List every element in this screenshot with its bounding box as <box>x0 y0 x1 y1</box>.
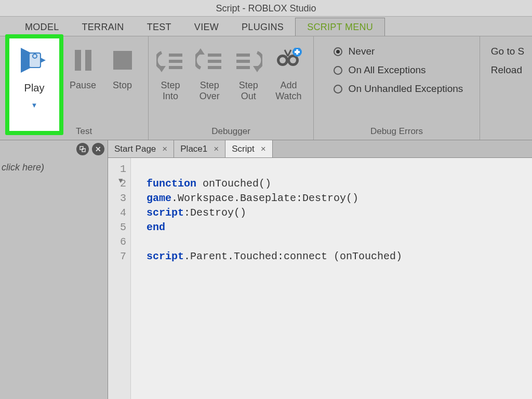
line-number: 7 <box>108 249 126 264</box>
play-button[interactable]: Play ▼ <box>5 34 63 135</box>
keyword: end <box>147 221 165 233</box>
stop-button[interactable]: Stop <box>103 41 142 121</box>
editor-tab-label: Script <box>232 144 254 154</box>
editor-tab-script[interactable]: Script× <box>225 140 272 157</box>
stop-icon <box>108 46 137 75</box>
svg-point-21 <box>290 57 296 63</box>
line-gutter: 1 2 3 4 5 6 7 <box>108 158 131 399</box>
add-watch-button[interactable]: Add Watch <box>267 41 310 121</box>
line-number: 3 <box>108 191 126 206</box>
svg-rect-4 <box>85 50 91 71</box>
editor-tab-label: Start Page <box>114 144 156 154</box>
step-over-button[interactable]: Step Over <box>189 41 230 121</box>
step-out-icon <box>234 46 263 75</box>
close-icon[interactable]: × <box>162 144 167 154</box>
tab-terrain[interactable]: TERRAIN <box>71 18 136 36</box>
pause-label: Pause <box>70 80 96 91</box>
tab-view[interactable]: VIEW <box>183 18 230 36</box>
explorer-panel: ✕ ouble click here) <box>0 140 108 399</box>
panel-popout-button[interactable] <box>76 143 89 155</box>
radio-never-label: Never <box>349 46 375 57</box>
svg-marker-14 <box>253 66 261 72</box>
close-icon: ✕ <box>95 145 101 153</box>
line-number: 4 <box>108 206 126 220</box>
svg-rect-25 <box>80 147 83 150</box>
keyword: function <box>147 178 196 190</box>
svg-rect-17 <box>236 66 250 69</box>
pause-icon <box>69 46 98 75</box>
tab-test[interactable]: TEST <box>136 18 183 36</box>
radio-on-all-label: On All Exceptions <box>349 64 426 76</box>
radio-on-all-exceptions[interactable]: On All Exceptions <box>334 64 463 76</box>
keyword: game <box>147 192 171 204</box>
step-out-button[interactable]: Step Out <box>230 41 267 121</box>
editor-tab-label: Place1 <box>180 144 207 154</box>
line-number: 5 <box>108 220 126 235</box>
tab-script-menu[interactable]: SCRIPT MENU <box>295 18 385 36</box>
code-area[interactable]: ▼ function onTouched() game.Workspace.Ba… <box>131 158 532 399</box>
filter-hint[interactable]: ouble click here) <box>0 158 108 173</box>
step-out-label: Step Out <box>235 80 262 101</box>
play-icon <box>18 46 51 77</box>
close-icon[interactable]: × <box>261 144 266 154</box>
svg-rect-16 <box>236 60 250 63</box>
svg-rect-7 <box>169 54 182 57</box>
line-number: 1 <box>108 162 126 177</box>
tab-plugins[interactable]: PLUGINS <box>230 18 295 36</box>
title-bar: Script - ROBLOX Studio <box>0 0 532 17</box>
pause-button[interactable]: Pause <box>63 41 103 121</box>
ribbon-tabstrip: MODEL TERRAIN TEST VIEW PLUGINS SCRIPT M… <box>0 17 532 36</box>
svg-rect-13 <box>208 66 221 69</box>
editor-body[interactable]: 1 2 3 4 5 6 7 ▼ function onTouched() gam… <box>108 158 532 399</box>
svg-rect-5 <box>113 51 132 70</box>
reload-button[interactable]: Reload <box>491 64 524 76</box>
svg-rect-15 <box>236 54 250 57</box>
svg-marker-10 <box>196 48 205 55</box>
panel-close-button[interactable]: ✕ <box>92 143 104 155</box>
code-text: .Workspace.Baseplate:Destroy() <box>171 192 358 204</box>
editor-tab-place1[interactable]: Place1× <box>174 140 225 157</box>
close-icon[interactable]: × <box>214 144 219 154</box>
svg-rect-24 <box>295 51 300 53</box>
document-area: ✕ ouble click here) Start Page× Place1× … <box>0 140 532 399</box>
window-title: Script - ROBLOX Studio <box>216 3 316 14</box>
group-label-debug-errors: Debug Errors <box>370 124 423 140</box>
line-number: 6 <box>108 235 126 249</box>
code-text: :Destroy() <box>184 207 246 219</box>
step-into-label: Step Into <box>157 80 184 101</box>
stop-label: Stop <box>113 80 132 91</box>
add-watch-label: Add Watch <box>272 80 305 101</box>
radio-icon <box>334 85 342 94</box>
keyword: script <box>147 250 184 262</box>
editor-tab-start-page[interactable]: Start Page× <box>108 140 174 157</box>
code-text: .Parent.Touched:connect (onTouched) <box>184 250 402 262</box>
radio-never[interactable]: Never <box>334 46 463 57</box>
add-watch-icon <box>274 46 303 75</box>
line-number: 2 <box>108 177 126 191</box>
goto-script-error-button[interactable]: Go to S <box>491 46 524 57</box>
tab-model[interactable]: MODEL <box>14 18 71 36</box>
radio-icon <box>334 66 342 75</box>
ribbon: Play ▼ Pause Stop Test <box>0 36 532 140</box>
radio-on-unhandled-label: On Unhandled Exceptions <box>349 83 463 95</box>
group-label-test: Test <box>76 124 92 140</box>
fold-icon[interactable]: ▼ <box>118 174 123 188</box>
group-label-debugger: Debugger <box>211 124 250 140</box>
step-over-label: Step Over <box>194 80 225 101</box>
svg-point-20 <box>280 57 286 63</box>
play-label: Play <box>24 82 45 94</box>
svg-rect-3 <box>75 50 81 71</box>
svg-marker-6 <box>157 66 166 72</box>
editor-tabstrip: Start Page× Place1× Script× <box>108 140 532 158</box>
radio-on-unhandled-exceptions[interactable]: On Unhandled Exceptions <box>334 83 463 95</box>
code-text: onTouched() <box>196 178 271 190</box>
keyword: script <box>147 207 184 219</box>
radio-icon <box>334 47 342 56</box>
svg-rect-12 <box>208 60 221 63</box>
step-into-button[interactable]: Step Into <box>152 41 189 121</box>
step-into-icon <box>156 46 185 75</box>
svg-rect-26 <box>82 149 85 152</box>
svg-point-2 <box>33 54 37 58</box>
svg-rect-8 <box>169 60 182 63</box>
play-dropdown-icon[interactable]: ▼ <box>31 101 38 109</box>
